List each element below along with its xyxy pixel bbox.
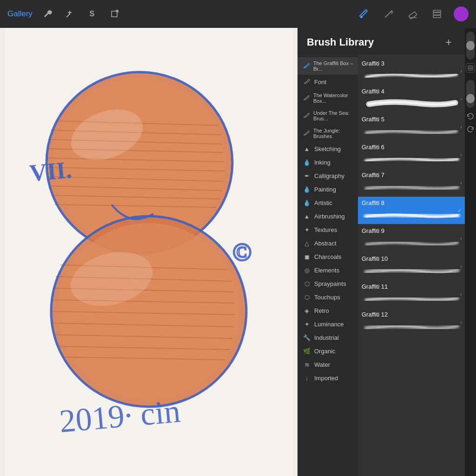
- brush-item-graffiti6[interactable]: Graffiti 6 ›: [358, 141, 465, 169]
- category-item-retro[interactable]: ◈ Retro: [298, 304, 358, 317]
- add-brush-button[interactable]: +: [442, 35, 456, 49]
- sketching-icon: ▲: [303, 145, 311, 152]
- layers-button[interactable]: [466, 63, 475, 73]
- category-item-industrial[interactable]: 🔧 Industrial: [298, 331, 358, 344]
- brush-item-graffiti3[interactable]: Graffiti 3 ›: [358, 57, 465, 85]
- brush-arrow-graffiti8: ✓: [457, 207, 462, 214]
- category-label-abstract: Abstract: [314, 240, 337, 247]
- brush-item-graffiti9[interactable]: Graffiti 9 ›: [358, 225, 465, 252]
- svg-text:VII.: VII.: [28, 156, 73, 186]
- category-label-airbrushing: Airbrushing: [314, 213, 345, 220]
- category-item-elements[interactable]: ◎ Elements: [298, 264, 358, 277]
- adjustments-tool-button[interactable]: [62, 7, 77, 21]
- category-item-font[interactable]: Font: [298, 75, 358, 89]
- brush-size-thumb[interactable]: [466, 41, 475, 50]
- wrench-tool-button[interactable]: [40, 7, 55, 21]
- category-item-touchups[interactable]: ⬡ Touchups: [298, 291, 358, 304]
- transform-tool-button[interactable]: [107, 7, 122, 21]
- brush-name-graffiti7: Graffiti 7: [362, 172, 461, 178]
- brush-info: Graffiti 12: [362, 311, 461, 333]
- eraser-tool-button[interactable]: [405, 7, 420, 21]
- brush-size-slider[interactable]: [466, 32, 475, 60]
- toolbar-left: Gallery S: [7, 7, 122, 21]
- svg-point-1: [360, 16, 363, 18]
- brush-item-graffiti8[interactable]: Graffiti 8 ✓: [358, 197, 465, 225]
- brush-name-graffiti4: Graffiti 4: [362, 88, 461, 95]
- svg-rect-43: [468, 69, 473, 70]
- category-label-artistic: Artistic: [314, 199, 332, 206]
- undo-button[interactable]: [466, 112, 475, 121]
- category-label-font: Font: [314, 79, 326, 86]
- svg-rect-45: [468, 66, 473, 67]
- airbrushing-icon: ▲: [303, 213, 311, 220]
- category-item-charcoals[interactable]: ◼ Charcoals: [298, 250, 358, 264]
- category-item-airbrushing[interactable]: ▲ Airbrushing: [298, 210, 358, 223]
- brush-name-graffiti5: Graffiti 5: [362, 116, 461, 123]
- category-item-spraypaints[interactable]: ⬡ Spraypaints: [298, 277, 358, 291]
- brush-library-panel: Brush Library + The Graffiti Box – Br...: [298, 28, 465, 476]
- brush-info: Graffiti 7: [362, 172, 461, 193]
- category-item-calligraphy[interactable]: ✒ Calligraphy: [298, 169, 358, 183]
- brush-item-graffiti12[interactable]: Graffiti 12 ›: [358, 308, 465, 336]
- category-item-luminance[interactable]: ✦ Luminance: [298, 317, 358, 331]
- canvas-area[interactable]: VII. © 2019· cin: [0, 28, 298, 476]
- opacity-slider[interactable]: [466, 80, 475, 108]
- brush-arrow-graffiti7: ›: [460, 179, 462, 186]
- category-item-sketching[interactable]: ▲ Sketching: [298, 142, 358, 156]
- category-item-watercolor[interactable]: The Watercolor Box...: [298, 89, 358, 107]
- category-item-recent[interactable]: The Graffiti Box – Br...: [298, 57, 358, 75]
- charcoals-icon: ◼: [303, 253, 311, 260]
- brush-arrow-graffiti12: ›: [460, 319, 462, 325]
- panel-header: Brush Library +: [298, 28, 465, 55]
- svg-rect-5: [433, 13, 441, 15]
- redo-button[interactable]: [466, 125, 475, 134]
- category-item-water[interactable]: ≋ Water: [298, 358, 358, 371]
- category-label-undersea: Under The Sea: Brus...: [313, 110, 353, 121]
- category-label-inking: Inking: [314, 159, 331, 166]
- brush-tool-button[interactable]: [357, 7, 372, 21]
- brush-name-graffiti11: Graffiti 11: [362, 283, 461, 290]
- brush-name-graffiti10: Graffiti 10: [362, 255, 461, 262]
- brush-info: Graffiti 6: [362, 144, 461, 165]
- layers-tool-button[interactable]: [430, 7, 444, 21]
- brush-arrow-graffiti10: ›: [460, 263, 462, 270]
- toolbar: Gallery S: [0, 0, 476, 28]
- category-label-water: Water: [314, 361, 330, 368]
- category-label-retro: Retro: [314, 307, 329, 314]
- brush-item-graffiti10[interactable]: Graffiti 10 ›: [358, 252, 465, 280]
- gallery-button[interactable]: Gallery: [7, 9, 33, 19]
- category-item-organic[interactable]: 🌿 Organic: [298, 344, 358, 358]
- water-icon: ≋: [303, 361, 311, 368]
- opacity-thumb[interactable]: [466, 94, 475, 103]
- category-item-artistic[interactable]: 💧 Artistic: [298, 196, 358, 210]
- color-picker-button[interactable]: [454, 7, 469, 21]
- brush-arrow-graffiti11: ›: [460, 291, 462, 298]
- elements-icon: ◎: [303, 267, 311, 274]
- category-item-undersea[interactable]: Under The Sea: Brus...: [298, 107, 358, 125]
- brush-name-graffiti8: Graffiti 8: [362, 199, 461, 206]
- category-label-sketching: Sketching: [314, 145, 341, 152]
- category-item-textures[interactable]: ✦ Textures: [298, 223, 358, 237]
- selection-tool-button[interactable]: S: [85, 7, 99, 21]
- category-label-imported: Imported: [314, 375, 338, 382]
- category-item-inking[interactable]: 💧 Inking: [298, 156, 358, 169]
- brush-arrow-graffiti4: ›: [460, 96, 462, 102]
- brush-icon: [303, 62, 310, 70]
- luminance-icon: ✦: [303, 321, 311, 328]
- category-item-imported[interactable]: ↓ Imported: [298, 371, 358, 385]
- artistic-icon: 💧: [303, 199, 311, 206]
- brush-item-graffiti4[interactable]: Graffiti 4 ›: [358, 85, 465, 113]
- smudge-tool-button[interactable]: [381, 7, 396, 21]
- brush-list: Graffiti 3 › Graffiti 4: [358, 55, 465, 476]
- category-item-abstract[interactable]: △ Abstract: [298, 237, 358, 250]
- brush-item-graffiti11[interactable]: Graffiti 11 ›: [358, 280, 465, 308]
- brush-arrow-graffiti3: ›: [460, 68, 462, 74]
- brush-item-graffiti5[interactable]: Graffiti 5 ›: [358, 113, 465, 141]
- category-item-painting[interactable]: 💧 Painting: [298, 183, 358, 196]
- category-label-watercolor: The Watercolor Box...: [313, 93, 353, 104]
- brush-item-graffiti7[interactable]: Graffiti 7 ›: [358, 169, 465, 197]
- font-brush-icon: [303, 78, 311, 86]
- brush-info: Graffiti 11: [362, 283, 461, 305]
- category-label-jungle: The Jungle: Brushes: [313, 128, 353, 139]
- category-item-jungle[interactable]: The Jungle: Brushes: [298, 125, 358, 142]
